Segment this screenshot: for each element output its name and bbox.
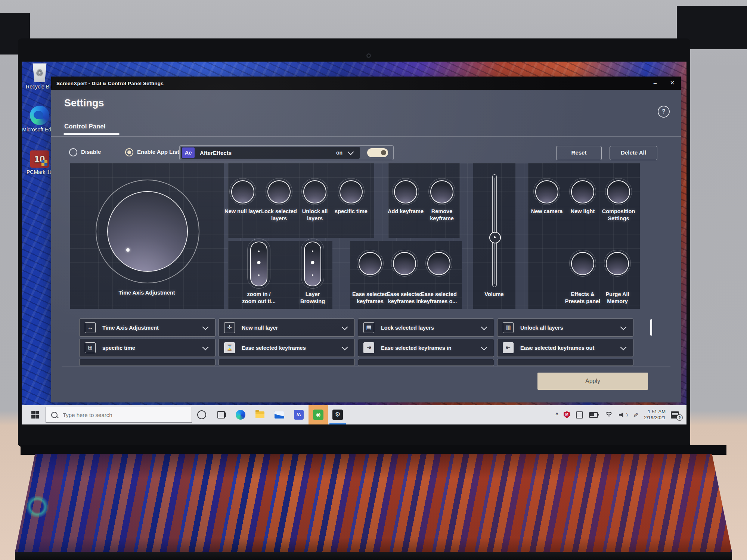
pen-icon[interactable]: ✎: [632, 412, 639, 417]
minimize-button[interactable]: –: [647, 77, 664, 90]
battery-icon[interactable]: [589, 412, 598, 418]
dropdown-specific-time[interactable]: ⊞ specific time: [79, 339, 216, 357]
taskbar-clock[interactable]: 1:51 AM 2/19/2021: [644, 409, 666, 421]
chevron-down-icon: [620, 324, 627, 330]
button-effects-presets-panel[interactable]: [571, 252, 594, 275]
tray-expand-icon[interactable]: ^: [555, 412, 558, 418]
button-new-light[interactable]: [571, 180, 594, 203]
task-view-button[interactable]: [211, 405, 231, 424]
dropdown-partial[interactable]: [358, 359, 494, 366]
taskbar-mail[interactable]: [270, 405, 289, 424]
control-label: Ease selected keyframes o...: [419, 291, 458, 305]
panel-ease-buttons: Ease selected keyframes Ease selected ke…: [350, 241, 462, 309]
control-label: Purge All Memory: [598, 291, 637, 305]
myasus-icon: /A: [294, 410, 304, 420]
dropdown-time-axis[interactable]: ↔ Time Axis Adjustment: [79, 318, 216, 337]
settings-window: ScreenXpert - Dial & Control Panel Setti…: [51, 77, 681, 402]
chevron-down-icon[interactable]: [348, 149, 354, 155]
device-icon[interactable]: [576, 411, 583, 419]
taskbar-search[interactable]: [46, 407, 192, 423]
folder-icon: [255, 411, 264, 418]
new-null-layer-icon: ✛: [224, 322, 235, 333]
button-add-keyframe[interactable]: [394, 180, 417, 203]
radio-enable-label: Enable App List: [137, 149, 179, 155]
photo-scene: ♻ Recycle Bin Microsoft Edge 10 PCMark 1…: [0, 0, 747, 560]
dropdown-ease-selected-keyframes[interactable]: ⌛ Ease selected keyframes: [218, 339, 355, 357]
dropdown-label: New null layer: [242, 325, 342, 331]
app-enable-toggle[interactable]: [367, 148, 388, 157]
volume-icon[interactable]: [619, 412, 625, 417]
dropdown-unlock-all-layers[interactable]: ▥ Unlock all layers: [497, 318, 633, 337]
radio-enable-app-list[interactable]: [125, 148, 133, 156]
laptop-hinge: [21, 445, 726, 455]
button-new-null-layer[interactable]: [231, 180, 254, 203]
app-dropdown[interactable]: Ae AfterEffects on: [181, 147, 360, 159]
button-new-camera[interactable]: [535, 180, 558, 203]
action-center-icon[interactable]: 5: [671, 411, 679, 419]
aftereffects-app-icon: Ae: [182, 147, 195, 158]
panel-layer-buttons: New null layer Lock selected layers Unlo…: [228, 163, 374, 238]
ease-in-icon: ⇥: [363, 342, 374, 353]
tab-divider: [51, 136, 681, 137]
button-ease-keyframes-in[interactable]: [393, 252, 416, 275]
taskbar-file-explorer[interactable]: [250, 405, 270, 424]
dropdown-new-null-layer[interactable]: ✛ New null layer: [218, 318, 355, 337]
radio-disable[interactable]: [69, 148, 77, 156]
ease-out-icon: ⇤: [503, 342, 514, 353]
control-label: Unlock all layers: [295, 208, 334, 222]
dropdown-partial[interactable]: [79, 359, 216, 366]
scrollbar-thumb[interactable]: [650, 319, 652, 336]
dial-indicator-dot: [126, 248, 130, 252]
help-icon[interactable]: ?: [658, 106, 670, 118]
control-label: Lock selected layers: [260, 208, 298, 222]
start-button[interactable]: [31, 411, 39, 419]
screenxpert-icon: ◉: [313, 410, 323, 420]
button-lock-selected-layers[interactable]: [267, 180, 291, 203]
delete-all-button[interactable]: Delete All: [610, 146, 657, 160]
button-unlock-all-layers[interactable]: [303, 180, 326, 203]
button-purge-all-memory[interactable]: [606, 252, 629, 275]
taskbar-screenxpert[interactable]: ◉: [309, 405, 328, 424]
mail-icon: [275, 411, 284, 419]
close-button[interactable]: ✕: [664, 77, 681, 90]
dropdown-ease-keyframes-in[interactable]: ⇥ Ease selected keyframes in: [358, 339, 494, 357]
active-app-indicator: [329, 423, 346, 424]
window-title: ScreenXpert - Dial & Control Panel Setti…: [56, 81, 164, 86]
dropdown-partial[interactable]: [497, 359, 633, 366]
chevron-down-icon: [620, 344, 627, 350]
control-label: Composition Settings: [599, 208, 638, 222]
dropdown-ease-keyframes-out[interactable]: ⇤ Ease selected keyframes out: [497, 339, 633, 357]
button-remove-keyframe[interactable]: [430, 180, 453, 203]
button-composition-settings[interactable]: [607, 180, 630, 203]
dropdown-partial[interactable]: [218, 359, 355, 366]
apply-button[interactable]: Apply: [537, 373, 648, 390]
taskbar-screenxpert-settings[interactable]: ⚙: [328, 405, 347, 424]
wifi-icon[interactable]: [605, 412, 613, 418]
laptop-bezel: ♻ Recycle Bin Microsoft Edge 10 PCMark 1…: [18, 38, 690, 447]
slider-layer-browsing[interactable]: [304, 242, 321, 286]
volume-slider-handle[interactable]: [489, 232, 501, 243]
volume-label: Volume: [475, 291, 514, 298]
dropdown-lock-selected-layers[interactable]: ▤ Lock selected layers: [358, 318, 494, 337]
dial-label: Time Axis Adjustment: [106, 289, 188, 296]
button-ease-keyframes-out[interactable]: [427, 252, 450, 275]
dropdown-label: Lock selected layers: [381, 325, 482, 331]
specific-time-icon: ⊞: [85, 342, 96, 353]
mcafee-icon[interactable]: M: [564, 411, 570, 419]
tab-control-panel[interactable]: Control Panel: [64, 123, 106, 130]
chevron-down-icon: [481, 344, 487, 350]
volume-slider-track[interactable]: [492, 174, 497, 287]
cortana-button[interactable]: [192, 405, 211, 424]
slider-zoom-timeline[interactable]: [250, 242, 267, 286]
taskbar-myasus[interactable]: /A: [289, 405, 309, 424]
search-input[interactable]: [62, 411, 176, 419]
button-ease-selected-keyframes[interactable]: [359, 252, 382, 275]
dropdown-label: specific time: [102, 345, 203, 351]
reset-button[interactable]: Reset: [556, 146, 602, 160]
screenpad-display: [15, 454, 732, 553]
taskbar-edge[interactable]: [231, 405, 250, 424]
window-titlebar[interactable]: ScreenXpert - Dial & Control Panel Setti…: [51, 77, 681, 90]
time-axis-dial[interactable]: [107, 191, 188, 272]
panel-composition: New camera New light Composition Setting…: [528, 163, 640, 309]
button-specific-time[interactable]: [340, 180, 363, 203]
